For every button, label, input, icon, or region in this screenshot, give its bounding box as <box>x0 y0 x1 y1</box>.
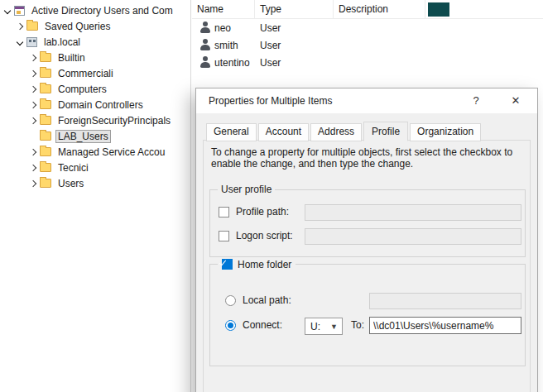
tree-item-managed-service-accounts[interactable]: Managed Service Accou <box>0 144 190 160</box>
user-type: User <box>260 57 281 69</box>
tree-item-domain-controllers[interactable]: Domain Controllers <box>0 97 190 112</box>
folder-icon <box>40 147 51 156</box>
chevron-down-icon: ▼ <box>330 323 342 331</box>
local-path-label[interactable]: Local path: <box>243 295 291 306</box>
tree-item-label: Builtin <box>55 51 88 65</box>
user-profile-group: User profile Profile path: Logon script: <box>209 189 526 257</box>
chevron-placeholder <box>27 131 39 142</box>
tab-general[interactable]: General <box>206 123 257 141</box>
tree-item-builtin[interactable]: Builtin <box>0 50 190 65</box>
dialog-title: Properties for Multiple Items <box>209 88 332 113</box>
tree-item-users[interactable]: Users <box>0 175 190 191</box>
home-folder-label[interactable]: Home folder <box>238 259 291 270</box>
intro-text: To change a property for multiple object… <box>211 146 524 170</box>
folder-icon <box>40 116 51 125</box>
tree-item-saved-queries[interactable]: Saved Queries <box>0 18 190 34</box>
tree-item-label: Users <box>55 177 86 190</box>
logon-script-checkbox[interactable] <box>219 231 229 241</box>
user-name: smith <box>214 40 238 51</box>
tree-item-label: Saved Queries <box>42 20 113 33</box>
dialog-titlebar[interactable]: Properties for Multiple Items ? ✕ <box>196 88 537 113</box>
help-button[interactable]: ? <box>463 88 489 112</box>
chevron-right-icon[interactable] <box>14 21 26 32</box>
to-label: To: <box>351 320 364 331</box>
chevron-down-icon[interactable] <box>14 36 26 48</box>
folder-icon <box>26 22 38 31</box>
column-header-name[interactable]: Name <box>192 0 255 18</box>
connect-radio[interactable] <box>225 320 236 331</box>
properties-dialog: Properties for Multiple Items ? ✕ Genera… <box>195 88 538 392</box>
tree-item-label: ForeignSecurityPrincipals <box>55 114 173 127</box>
chevron-right-icon[interactable] <box>27 146 39 158</box>
tab-address[interactable]: Address <box>310 123 362 141</box>
user-icon <box>199 56 211 69</box>
user-profile-group-label: User profile <box>218 184 275 195</box>
list-item-smith[interactable]: smith User <box>192 36 543 54</box>
profile-path-checkbox[interactable] <box>219 207 229 218</box>
tree-item-foreign-security-principals[interactable]: ForeignSecurityPrincipals <box>0 112 190 128</box>
list-item-neo[interactable]: neo User <box>192 19 543 36</box>
aduc-window: Active Directory Users and Com Saved Que… <box>0 0 543 392</box>
chevron-right-icon[interactable] <box>27 115 39 127</box>
folder-icon <box>40 163 51 172</box>
list-header: Name Type Description <box>192 0 543 19</box>
tree-item-lab-local[interactable]: lab.local <box>0 34 190 50</box>
logon-script-label[interactable]: Logon script: <box>236 231 293 241</box>
chevron-right-icon[interactable] <box>27 68 39 79</box>
user-name: neo <box>214 22 231 34</box>
folder-icon <box>40 131 51 141</box>
tree-item-tecnici[interactable]: Tecnici <box>0 160 190 175</box>
tree-item-label: Domain Controllers <box>55 98 146 112</box>
connect-label[interactable]: Connect: <box>243 320 282 331</box>
column-header-description[interactable]: Description <box>334 0 425 18</box>
chevron-right-icon[interactable] <box>27 99 39 111</box>
home-folder-checkbox[interactable] <box>222 259 233 270</box>
user-type: User <box>260 40 281 51</box>
folder-icon <box>40 53 51 62</box>
chevron-right-icon[interactable] <box>27 162 39 174</box>
console-tree-pane: Active Directory Users and Com Saved Que… <box>0 0 191 392</box>
tree-item-label: Computers <box>55 83 109 96</box>
chevron-right-icon[interactable] <box>27 178 39 189</box>
folder-icon <box>40 84 51 93</box>
chevron-right-icon[interactable] <box>27 84 39 95</box>
folder-icon <box>40 69 51 78</box>
tab-account[interactable]: Account <box>258 123 309 141</box>
tab-profile[interactable]: Profile <box>363 122 408 141</box>
tree-item-label: Active Directory Users and Com <box>29 4 175 17</box>
domain-icon <box>26 37 37 47</box>
header-dark-artifact <box>428 2 449 17</box>
folder-icon <box>40 179 51 188</box>
close-button[interactable]: ✕ <box>502 88 529 112</box>
user-name: utentino <box>214 57 250 69</box>
tree-item-label: Commerciali <box>55 67 116 80</box>
chevron-down-icon[interactable] <box>2 5 13 17</box>
list-item-utentino[interactable]: utentino User <box>192 54 543 71</box>
folder-icon <box>40 100 51 109</box>
local-path-radio[interactable] <box>225 295 236 306</box>
tree-item-root[interactable]: Active Directory Users and Com <box>0 2 190 18</box>
user-type: User <box>260 22 281 34</box>
console-root-icon <box>14 6 25 16</box>
drive-letter-value: U: <box>310 321 320 332</box>
profile-path-input <box>305 204 521 221</box>
tree-item-label: Managed Service Accou <box>55 146 167 159</box>
tree-item-label-selected: LAB_Users <box>55 130 111 143</box>
tab-organization[interactable]: Organization <box>410 123 481 141</box>
chevron-right-icon[interactable] <box>27 52 39 64</box>
tree-item-label: lab.local <box>41 36 83 49</box>
profile-path-label[interactable]: Profile path: <box>236 207 289 218</box>
tab-strip: General Account Address Profile Organiza… <box>206 123 483 141</box>
home-folder-legend: Home folder <box>218 258 296 270</box>
column-header-type[interactable]: Type <box>255 0 334 18</box>
user-icon <box>199 39 211 51</box>
tree-item-label: Tecnici <box>55 161 91 174</box>
tree-item-lab-users[interactable]: LAB_Users <box>0 128 190 144</box>
home-folder-path-input[interactable] <box>369 317 521 334</box>
local-path-input <box>369 293 521 309</box>
drive-letter-dropdown[interactable]: U: ▼ <box>305 318 343 335</box>
logon-script-input <box>305 228 521 245</box>
user-icon <box>199 22 211 34</box>
tree-item-computers[interactable]: Computers <box>0 81 190 97</box>
tree-item-commerciali[interactable]: Commerciali <box>0 65 190 81</box>
